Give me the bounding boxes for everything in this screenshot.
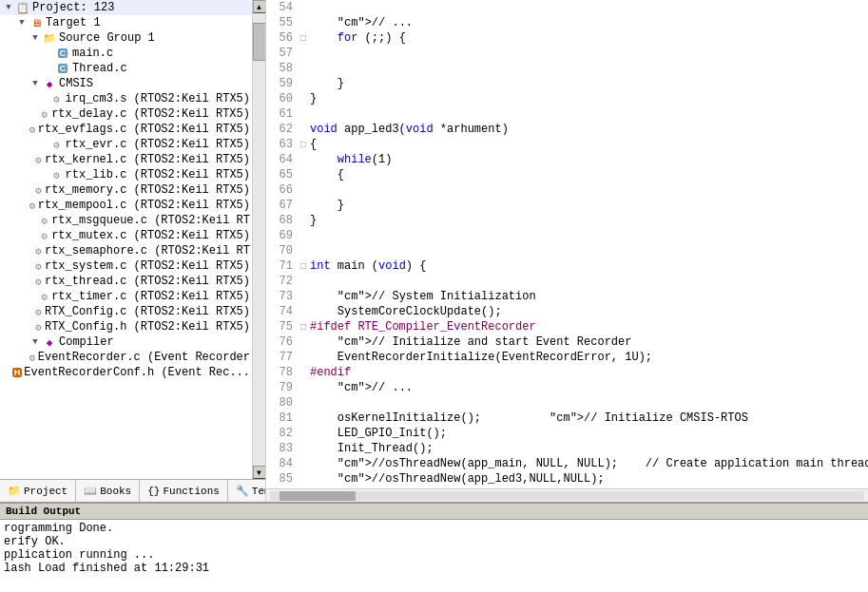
tree-item-rtx_config[interactable]: ⚙RTX_Config.c (RTOS2:Keil RTX5) xyxy=(0,304,252,319)
tree-item-rtx_evflags[interactable]: ⚙rtx_evflags.c (RTOS2:Keil RTX5) xyxy=(0,122,252,137)
vscroll-thumb[interactable] xyxy=(253,23,266,61)
code-line: 57 xyxy=(266,46,868,61)
line-number: 66 xyxy=(266,182,297,198)
tree-label: rtx_kernel.c (RTOS2:Keil RTX5) xyxy=(45,153,250,166)
tree-item-irq_cm3[interactable]: ⚙irq_cm3.s (RTOS2:Keil RTX5) xyxy=(0,91,252,106)
line-number: 79 xyxy=(266,380,297,395)
tree-item-rtx_delay[interactable]: ⚙rtx_delay.c (RTOS2:Keil RTX5) xyxy=(0,106,252,122)
code-line: 85 "cm">//osThreadNew(app_led3,NULL,NULL… xyxy=(266,471,868,487)
tab-project[interactable]: 📁 Project xyxy=(0,480,76,502)
tree-item-rtx_timer[interactable]: ⚙rtx_timer.c (RTOS2:Keil RTX5) xyxy=(0,289,252,304)
tree-item-rtx_mempool[interactable]: ⚙rtx_mempool.c (RTOS2:Keil RTX5) xyxy=(0,198,252,213)
code-text: int main (void) { xyxy=(310,258,426,274)
code-gutter xyxy=(297,46,310,61)
tree-item-cmsis[interactable]: ▼◆CMSIS xyxy=(0,76,252,91)
code-gutter xyxy=(297,0,310,15)
tree-expander[interactable]: ▼ xyxy=(29,33,42,43)
tree-label: rtx_msgqueue.c (RTOS2:Keil RT xyxy=(51,214,250,227)
code-gutter xyxy=(297,152,310,167)
code-line: 66 xyxy=(266,182,868,198)
line-number: 60 xyxy=(266,91,297,106)
code-line: 64 while(1) xyxy=(266,152,868,167)
tree-item-target1[interactable]: ▼🖥Target 1 xyxy=(0,15,252,30)
line-number: 65 xyxy=(266,167,297,182)
line-number: 81 xyxy=(266,411,297,426)
tree-label: main.c xyxy=(72,47,113,60)
tree-item-rtx_system[interactable]: ⚙rtx_system.c (RTOS2:Keil RTX5) xyxy=(0,258,252,274)
tree-label: rtx_evflags.c (RTOS2:Keil RTX5) xyxy=(38,123,250,136)
build-output-line: erify OK. xyxy=(4,535,864,548)
code-gutter xyxy=(297,228,310,243)
code-gutter[interactable]: □ xyxy=(297,137,310,152)
tree-expander[interactable]: ▼ xyxy=(29,79,42,88)
tree-item-rtx_memory[interactable]: ⚙rtx_memory.c (RTOS2:Keil RTX5) xyxy=(0,182,252,198)
hscroll-thumb[interactable] xyxy=(280,491,356,501)
code-gutter xyxy=(297,61,310,76)
tree-label: Source Group 1 xyxy=(59,31,155,45)
code-text: #endif xyxy=(310,365,351,380)
code-text: SystemCoreClockUpdate(); xyxy=(310,304,502,319)
tab-functions[interactable]: {} Functions xyxy=(140,480,228,502)
tree-item-eventrecorder_c[interactable]: ⚙EventRecorder.c (Event Recorder xyxy=(0,350,252,365)
code-text: { xyxy=(310,167,344,182)
vscroll-up-btn[interactable]: ▲ xyxy=(253,0,266,13)
gear-icon: ⚙ xyxy=(29,351,36,364)
line-number: 80 xyxy=(266,395,297,411)
tree-item-rtx_kernel[interactable]: ⚙rtx_kernel.c (RTOS2:Keil RTX5) xyxy=(0,152,252,167)
code-line: 71□int main (void) { xyxy=(266,258,868,274)
code-gutter xyxy=(297,456,310,471)
diamond-icon: ◆ xyxy=(42,77,57,90)
tab-templates[interactable]: 🔧 Templates xyxy=(228,480,266,502)
tree-expander[interactable]: ▼ xyxy=(2,3,15,12)
gear-icon: ⚙ xyxy=(29,199,36,212)
functions-tab-icon: {} xyxy=(147,486,160,497)
left-vscroll: ▲ ▼ xyxy=(252,0,265,479)
tree-item-rtx_thread[interactable]: ⚙rtx_thread.c (RTOS2:Keil RTX5) xyxy=(0,274,252,289)
file-c-icon: C xyxy=(55,47,70,60)
tree-label: rtx_lib.c (RTOS2:Keil RTX5) xyxy=(66,168,250,181)
code-gutter xyxy=(297,182,310,198)
code-gutter[interactable]: □ xyxy=(297,30,310,46)
tree-item-main_c[interactable]: Cmain.c xyxy=(0,46,252,61)
tree-item-sourcegroup1[interactable]: ▼📁Source Group 1 xyxy=(0,30,252,46)
code-gutter xyxy=(297,274,310,289)
horizontal-scrollbar[interactable] xyxy=(266,488,868,502)
tree-item-thread_c[interactable]: CThread.c xyxy=(0,61,252,76)
vscroll-down-btn[interactable]: ▼ xyxy=(253,466,266,479)
code-line: 76 "cm">// Initialize and start Event Re… xyxy=(266,334,868,350)
tree-item-rtx_lib[interactable]: ⚙rtx_lib.c (RTOS2:Keil RTX5) xyxy=(0,167,252,182)
tree-item-rtx_mutex[interactable]: ⚙rtx_mutex.c (RTOS2:Keil RTX5) xyxy=(0,228,252,243)
code-line: 56□ for (;;) { xyxy=(266,30,868,46)
code-gutter xyxy=(297,334,310,350)
code-gutter[interactable]: □ xyxy=(297,319,310,334)
code-gutter[interactable]: □ xyxy=(297,258,310,274)
tree-expander[interactable]: ▼ xyxy=(29,337,42,347)
tree-label: rtx_memory.c (RTOS2:Keil RTX5) xyxy=(45,183,250,197)
tree-label: rtx_timer.c (RTOS2:Keil RTX5) xyxy=(51,290,250,303)
code-line: 60} xyxy=(266,91,868,106)
code-line: 65 { xyxy=(266,167,868,182)
file-h-icon: H xyxy=(12,366,23,379)
tree-label: Project: 123 xyxy=(32,1,114,14)
code-gutter xyxy=(297,350,310,365)
code-text: } xyxy=(310,213,317,228)
tree-label: rtx_delay.c (RTOS2:Keil RTX5) xyxy=(51,107,250,121)
code-text: "cm">//osThreadNew(app_main, NULL, NULL)… xyxy=(310,456,868,471)
tree-item-project[interactable]: ▼📋Project: 123 xyxy=(0,0,252,15)
code-text: for (;;) { xyxy=(310,30,406,46)
left-panel: ▼📋Project: 123▼🖥Target 1▼📁Source Group 1… xyxy=(0,0,266,502)
tree-expander[interactable]: ▼ xyxy=(15,18,29,28)
line-number: 72 xyxy=(266,274,297,289)
tree-item-compiler[interactable]: ▼◆Compiler xyxy=(0,334,252,350)
gear-icon: ⚙ xyxy=(33,305,43,318)
tree-item-rtx_msgqueue[interactable]: ⚙rtx_msgqueue.c (RTOS2:Keil RT xyxy=(0,213,252,228)
tree-item-eventrecorderconf_h[interactable]: HEventRecorderConf.h (Event Rec... xyxy=(0,365,252,380)
tree-item-rtx_evr[interactable]: ⚙rtx_evr.c (RTOS2:Keil RTX5) xyxy=(0,137,252,152)
code-editor[interactable]: 5455 "cm">// ...56□ for (;;) {575859 }60… xyxy=(266,0,868,488)
hscroll-track xyxy=(270,491,864,501)
tab-books[interactable]: 📖 Books xyxy=(76,480,140,502)
tree-item-rtx_semaphore[interactable]: ⚙rtx_semaphore.c (RTOS2:Keil RT xyxy=(0,243,252,258)
tree-item-rtx_config_h[interactable]: ⚙RTX_Config.h (RTOS2:Keil RTX5) xyxy=(0,319,252,334)
code-gutter xyxy=(297,395,310,411)
line-number: 74 xyxy=(266,304,297,319)
